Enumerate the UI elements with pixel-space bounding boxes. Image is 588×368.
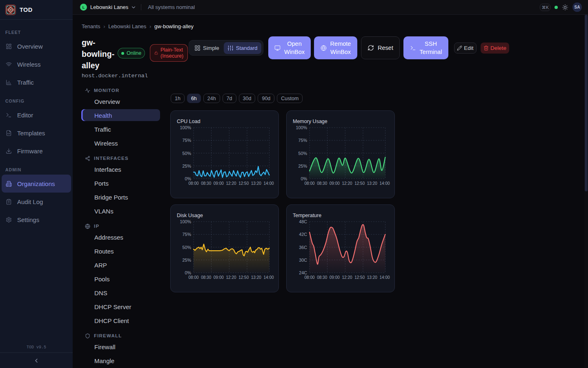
svg-text:0%: 0% [185,176,191,181]
svg-text:50%: 50% [182,151,191,156]
svg-text:0%: 0% [185,270,191,275]
svg-text:09:00: 09:00 [214,275,224,280]
svg-text:09:00: 09:00 [330,181,340,186]
svg-text:13:20: 13:20 [251,275,261,280]
svg-text:08:00: 08:00 [188,181,198,186]
svg-text:09:00: 09:00 [330,275,340,280]
svg-text:09:00: 09:00 [214,181,224,186]
svg-text:0%: 0% [301,176,307,181]
svg-text:25%: 25% [298,164,307,168]
svg-text:75%: 75% [298,138,307,143]
svg-text:24C: 24C [299,270,307,275]
svg-text:48C: 48C [299,219,307,224]
svg-text:12:20: 12:20 [342,275,352,280]
svg-text:08:30: 08:30 [201,275,211,280]
svg-text:75%: 75% [182,232,191,237]
svg-text:08:30: 08:30 [317,275,327,280]
svg-text:13:20: 13:20 [367,181,377,186]
svg-text:14:00: 14:00 [263,181,274,186]
svg-text:13:20: 13:20 [251,181,261,186]
svg-text:08:30: 08:30 [317,181,327,186]
svg-text:14:00: 14:00 [379,181,390,186]
svg-text:12:50: 12:50 [238,181,249,186]
svg-text:12:20: 12:20 [226,181,236,186]
svg-text:08:00: 08:00 [188,275,198,280]
svg-text:42C: 42C [299,232,307,237]
svg-text:100%: 100% [296,125,307,130]
svg-text:75%: 75% [182,138,191,143]
svg-text:14:00: 14:00 [379,275,390,280]
svg-text:25%: 25% [182,164,191,168]
svg-text:36C: 36C [299,245,307,250]
svg-text:14:00: 14:00 [263,275,274,280]
svg-text:08:30: 08:30 [201,181,211,186]
svg-text:50%: 50% [182,245,191,250]
svg-text:100%: 100% [180,219,191,224]
svg-text:08:00: 08:00 [304,181,314,186]
svg-text:08:00: 08:00 [304,275,314,280]
svg-text:30C: 30C [299,258,307,263]
svg-text:25%: 25% [182,258,191,263]
svg-text:12:20: 12:20 [342,181,352,186]
svg-text:50%: 50% [298,151,307,156]
svg-text:100%: 100% [180,125,191,130]
svg-text:12:50: 12:50 [354,181,365,186]
svg-text:12:20: 12:20 [226,275,236,280]
svg-text:12:50: 12:50 [238,275,249,280]
svg-text:12:50: 12:50 [354,275,365,280]
svg-text:13:20: 13:20 [367,275,377,280]
